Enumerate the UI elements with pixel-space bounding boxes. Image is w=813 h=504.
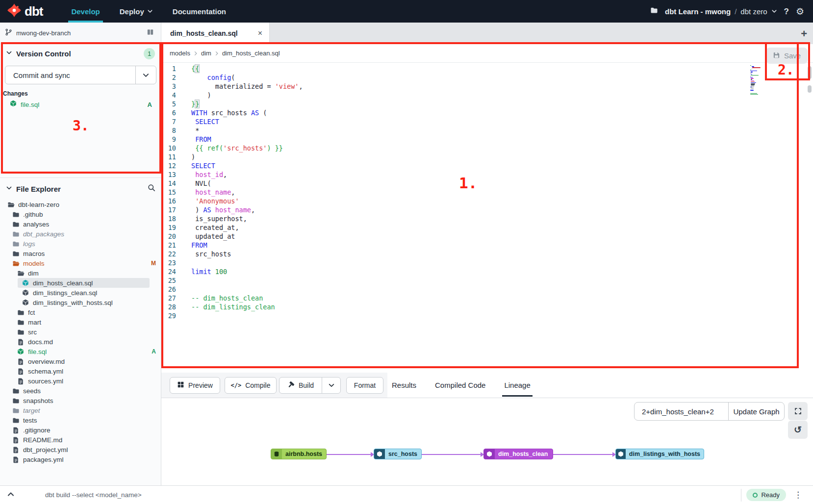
update-graph-button[interactable]: Update Graph [728,403,784,420]
compile-button[interactable]: </> Compile [225,377,277,394]
command-input[interactable]: dbt build --select <model_name> [45,491,142,499]
lineage-node-dim-hosts-clean[interactable]: dim_hosts_clean [483,449,553,459]
breadcrumb-models[interactable]: models [170,50,190,57]
tab-compiled-code[interactable]: Compiled Code [435,373,485,398]
tree-item-dim-listings-with-hosts-sql[interactable]: dim_listings_with_hosts.sql [0,298,161,307]
search-icon[interactable] [148,184,155,194]
code-line[interactable]: 7 SELECT [161,117,745,126]
new-tab-button[interactable]: + [801,27,807,40]
tree-item-readme-md[interactable]: README.md [0,435,161,445]
code-line[interactable]: 24limit 100 [161,267,745,276]
tree-item-dim-listings-clean-sql[interactable]: dim_listings_clean.sql [0,288,161,298]
lineage-node-src-hosts[interactable]: src_hosts [374,449,422,459]
scrollbar-thumb[interactable] [808,85,812,93]
code-line[interactable]: 12SELECT [161,161,745,170]
tree-item--github[interactable]: .github [0,209,161,219]
file-explorer-header[interactable]: File Explorer [0,180,161,197]
code-editor[interactable]: 1{{2 config(3 materialized = 'view',4 )5… [161,64,745,320]
version-control-header[interactable]: Version Control 1 [0,44,161,63]
kebab-menu-icon[interactable]: ⋮ [794,490,802,500]
tree-item-snapshots[interactable]: snapshots [0,396,161,405]
fullscreen-icon[interactable] [788,402,808,420]
code-line[interactable]: 25 [161,276,745,285]
tree-item-packages-yml[interactable]: packages.yml [0,454,161,464]
tab-lineage[interactable]: Lineage [504,373,530,398]
tree-item-fct[interactable]: fct [0,307,161,317]
tree-item-dbt-packages[interactable]: dbt_packages [0,229,161,239]
code-line[interactable]: 6WITH src_hosts AS ( [161,108,745,117]
commit-and-sync-button[interactable]: Commit and sync [5,66,156,84]
code-line[interactable]: 8 * [161,126,745,135]
tab-dim-hosts-clean[interactable]: dim_hosts_clean.sql × [161,23,270,44]
tree-item-macros[interactable]: macros [0,249,161,258]
help-icon[interactable]: ? [784,7,789,16]
code-line[interactable]: 9 FROM [161,135,745,144]
code-line[interactable]: 2 config( [161,73,745,82]
code-line[interactable]: 26 [161,285,745,294]
tree-item-analyses[interactable]: analyses [0,219,161,229]
build-options-caret[interactable] [322,378,340,393]
tree-item-dbt-learn-zero[interactable]: dbt-learn-zero [0,200,161,209]
code-line[interactable]: 15 host_name, [161,188,745,197]
reset-view-icon[interactable]: ↺ [788,421,808,439]
tree-item-file-sql[interactable]: file.sqlA [0,347,161,356]
tree-item-logs[interactable]: logs [0,239,161,249]
tree-item-dim[interactable]: dim [0,268,161,278]
code-line[interactable]: 19 created_at, [161,223,745,232]
code-line[interactable]: 5}} [161,100,745,108]
code-line[interactable]: 27-- dim_hosts_clean [161,294,745,302]
tree-item-sources-yml[interactable]: sources.yml [0,376,161,386]
code-line[interactable]: 4 ) [161,91,745,100]
build-button[interactable]: Build [279,378,322,393]
nav-item-deploy[interactable]: Deploy [120,0,153,23]
nav-item-documentation[interactable]: Documentation [173,0,226,23]
tree-item-mart[interactable]: mart [0,317,161,327]
tree-item-overview-md[interactable]: overview.md [0,356,161,366]
scrollbar-thumb[interactable] [808,66,812,79]
tree-item-src[interactable]: src [0,327,161,337]
commit-options-caret[interactable] [135,66,156,84]
code-line[interactable]: 28-- dim_listings_clean [161,302,745,311]
code-line[interactable]: 16 'Anonymous' [161,197,745,205]
preview-button[interactable]: Preview [170,377,220,394]
code-line[interactable]: 29 [161,311,745,320]
tree-item-docs-md[interactable]: docs.md [0,337,161,347]
lineage-node-airbnb-hosts[interactable]: airbnb.hosts [271,449,327,459]
tab-results[interactable]: Results [392,373,416,398]
nav-item-develop[interactable]: Develop [71,0,100,23]
close-icon[interactable]: × [258,29,262,38]
editor-minimap[interactable] [750,65,765,96]
format-button[interactable]: Format [346,377,383,394]
code-line[interactable]: 14 NVL( [161,179,745,188]
code-line[interactable]: 3 materialized = 'view', [161,82,745,91]
save-button[interactable]: Save [766,48,808,64]
chevron-up-icon[interactable] [7,490,15,500]
code-line[interactable]: 18 is_superhost, [161,214,745,223]
tree-item-models[interactable]: modelsM [0,258,161,268]
code-line[interactable]: 17 ) AS host_name, [161,205,745,214]
changed-file-row[interactable]: file.sqlA [0,99,161,110]
code-line[interactable]: 11) [161,152,745,161]
tree-item-schema-yml[interactable]: schema.yml [0,366,161,376]
lineage-selector-input[interactable]: 2+dim_hosts_clean+2 [635,403,728,420]
breadcrumb-dim[interactable]: dim [201,50,211,57]
code-line[interactable]: 23 [161,258,745,267]
dbt-logo[interactable]: dbt [0,3,43,20]
code-line[interactable]: 13 host_id, [161,170,745,179]
gear-icon[interactable]: ⚙ [796,7,804,16]
tree-item-seeds[interactable]: seeds [0,386,161,396]
tree-item--gitignore[interactable]: .gitignore [0,425,161,435]
breadcrumb-file[interactable]: dim_hosts_clean.sql [222,50,280,57]
code-line[interactable]: 21FROM [161,241,745,250]
code-line[interactable]: 10 {{ ref('src_hosts') }} [161,144,745,152]
lineage-node-dim-listings-with-hosts[interactable]: dim_listings_with_hosts [615,449,704,459]
project-breadcrumb[interactable]: dbt Learn - mwong / dbt zero [665,7,777,16]
tree-item-dbt-project-yml[interactable]: dbt_project.yml [0,445,161,454]
docs-panel-icon[interactable] [147,28,154,38]
tree-item-dim-hosts-clean-sql[interactable]: dim_hosts_clean.sql [0,278,161,288]
code-line[interactable]: 22 src_hosts [161,250,745,258]
tree-item-target[interactable]: target [0,405,161,415]
code-line[interactable]: 20 updated_at [161,232,745,241]
code-line[interactable]: 1{{ [161,64,745,73]
tree-item-tests[interactable]: tests [0,415,161,425]
